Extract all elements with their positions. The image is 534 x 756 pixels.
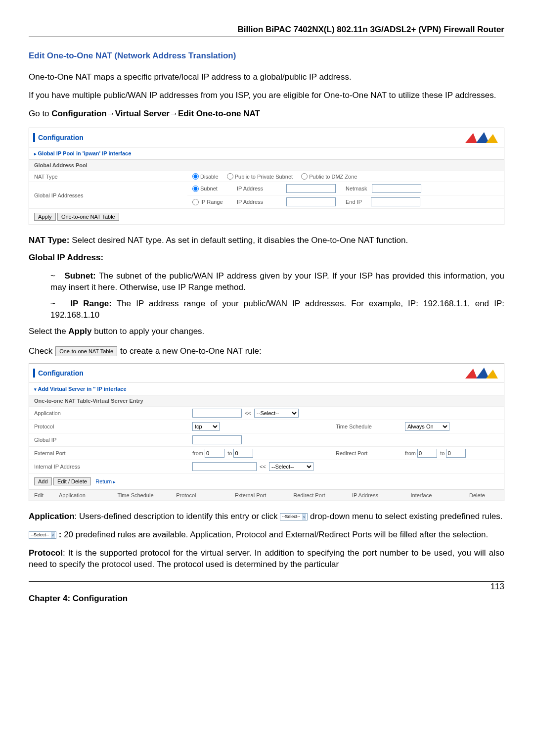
redport-from-label: from: [405, 450, 416, 456]
intip-select[interactable]: --Select--: [269, 462, 313, 471]
bullet-icon: ~: [50, 271, 55, 282]
subnet-ipaddr-input[interactable]: [286, 184, 336, 193]
netmask-input[interactable]: [372, 184, 421, 193]
extport-label: External Port: [29, 447, 187, 460]
extport-cell: from to: [187, 447, 331, 460]
globalip-input[interactable]: [192, 435, 242, 444]
brand-logo-icon: [464, 367, 499, 379]
protocol-label: Protocol: [29, 420, 187, 433]
intro-paragraph-2: If you have multiple public/WAN IP addre…: [29, 90, 504, 101]
edit-delete-button[interactable]: Edit / Delete: [53, 477, 91, 485]
select-dropdown-icon: --Select--v: [280, 513, 308, 520]
add-button[interactable]: Add: [34, 477, 52, 485]
subnet-cell: Subnet: [187, 182, 232, 195]
iprange-ipaddr-input[interactable]: [286, 197, 336, 206]
chapter-label: Chapter 4: Configuration: [29, 594, 504, 604]
iprange-cell: IP Range: [187, 195, 232, 209]
nat-dmz-label: Public to DMZ Zone: [309, 174, 357, 180]
subnet-ipaddr-label: IP Address: [232, 182, 281, 195]
panel2-sub1: Add Virtual Server in '' IP interface: [29, 382, 504, 395]
redport-label: Redirect Port: [331, 447, 400, 460]
intip-label: Internal IP Address: [29, 460, 187, 473]
nat-type-private-radio[interactable]: [227, 173, 233, 180]
col-application: Application: [59, 492, 118, 498]
col-edit: Edit: [34, 492, 59, 498]
intip-input[interactable]: [192, 462, 257, 471]
extport-to-label: to: [227, 450, 232, 456]
endip-cell: End IP: [341, 195, 504, 209]
extport-to-input[interactable]: [233, 449, 253, 458]
page-header: Billion BiPAC 7402NX(L) 802.11n 3G/ADSL2…: [29, 25, 504, 37]
nat-type-label: NAT Type: [29, 171, 187, 182]
iprange-lead: IP Range:: [70, 299, 112, 308]
timesched-select[interactable]: Always On: [405, 422, 449, 431]
panel-title-text: Configuration: [38, 134, 84, 142]
application-label: Application: [29, 407, 187, 420]
title-bar-icon: [33, 369, 35, 378]
product-title: Billion BiPAC 7402NX(L) 802.11n 3G/ADSL2…: [237, 25, 504, 34]
section-title: Edit One-to-One NAT (Network Address Tra…: [29, 51, 504, 61]
globalip-label: Global IP: [29, 433, 187, 447]
proto-lead: Protocol: [29, 548, 63, 558]
check-pre: Check: [29, 346, 52, 356]
nat-type-disable-radio[interactable]: [192, 173, 199, 180]
subnet-rest: The subnet of the public/WAN IP address …: [50, 271, 504, 292]
subnet-lead: Subnet:: [65, 271, 96, 281]
nat-table-button-image: One-to-one NAT Table: [55, 346, 117, 356]
redport-from-input[interactable]: [417, 449, 437, 458]
intip-cell: << --Select--: [187, 460, 504, 473]
application-description: Application: Users-defined description t…: [29, 511, 504, 522]
app-rest2: drop-down menu to select existing predef…: [310, 512, 502, 521]
col-redport: Redirect Port: [293, 492, 352, 498]
protocol-description: Protocol: It is the supported protocol f…: [29, 548, 504, 570]
panel2-footer: Add Edit / Delete Return: [29, 473, 504, 489]
config-panel-global-ip-pool: Configuration Global IP Pool in 'ipwan' …: [29, 128, 504, 226]
nat-type-dmz-radio[interactable]: [301, 173, 308, 180]
extport-from-label: from: [192, 450, 203, 456]
results-header-row: Edit Application Time Schedule Protocol …: [29, 489, 504, 501]
chevron-down-icon: v: [302, 514, 306, 520]
brand-logo-icon: [464, 131, 499, 144]
vs-table: Application << --Select-- Protocol tcp T…: [29, 406, 504, 473]
section-subheader-2: Global Address Pool: [29, 159, 504, 171]
timesched-label: Time Schedule: [331, 420, 400, 433]
redport-to-input[interactable]: [446, 449, 466, 458]
col-protocol: Protocol: [176, 492, 235, 498]
apply-bold: Apply: [68, 327, 91, 336]
timesched-cell: Always On: [400, 420, 504, 433]
extport-from-input[interactable]: [205, 449, 224, 458]
page-number: 113: [29, 581, 504, 592]
nat-type-rest: Select desired NAT type. As set in defau…: [69, 236, 408, 245]
apply-button[interactable]: Apply: [34, 213, 56, 221]
return-link[interactable]: Return: [95, 478, 116, 484]
protocol-cell: tcp: [187, 420, 331, 433]
nat-disable-label: Disable: [200, 174, 219, 180]
netmask-label: Netmask: [346, 186, 367, 191]
application-select[interactable]: --Select--: [254, 409, 299, 418]
nat-type-options: Disable Public to Private Subnet Public …: [187, 171, 504, 182]
col-ipaddr: IP Address: [352, 492, 411, 498]
panel-title: Configuration: [33, 133, 84, 142]
goto-label: Go to: [29, 109, 51, 118]
endip-label: End IP: [346, 199, 362, 205]
panel-header: Configuration: [29, 128, 504, 147]
subnet-radio[interactable]: [192, 186, 199, 192]
title-bar-icon: [33, 133, 35, 142]
endip-input[interactable]: [371, 197, 420, 206]
select-dropdown-icon: --Select--v: [29, 531, 56, 539]
chevron-down-icon: v: [51, 532, 55, 538]
nat-private-label: Public to Private Subnet: [235, 174, 293, 180]
col-extport: External Port: [235, 492, 294, 498]
select-description: --Select--v : 20 predefined rules are av…: [29, 529, 504, 541]
application-input[interactable]: [192, 409, 242, 418]
config-panel-virtual-server: Configuration Add Virtual Server in '' I…: [29, 363, 504, 501]
redport-cell: from to: [400, 447, 504, 460]
protocol-select[interactable]: tcp: [192, 422, 220, 431]
iprange-rest: The IP address range of your public/WAN …: [50, 299, 504, 320]
iprange-bullet: ~ IP Range: The IP address range of your…: [29, 298, 504, 321]
nat-type-lead: NAT Type:: [29, 236, 69, 245]
iprange-radio[interactable]: [192, 199, 199, 205]
intro-paragraph-1: One-to-One NAT maps a specific private/l…: [29, 72, 504, 83]
col-delete: Delete: [469, 492, 499, 498]
one-to-one-nat-table-button[interactable]: One-to-one NAT Table: [57, 213, 119, 221]
